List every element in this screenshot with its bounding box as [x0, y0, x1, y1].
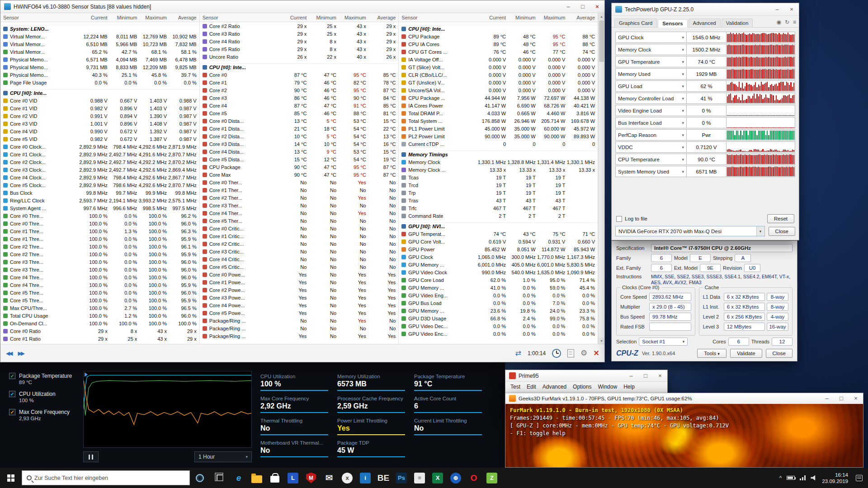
sensor-row[interactable]: Core #2 Critic...NoNoNoNo	[200, 240, 399, 248]
sensor-row[interactable]: Core #3 Ther...NoNoNoNo	[200, 202, 399, 209]
sensor-row[interactable]: Core #3 Dista...14 °C10 °C54 °C16 °C	[200, 140, 399, 148]
sensor-group-row[interactable]: Memory Timings	[399, 150, 598, 158]
sensor-row[interactable]: Core #5 VID0.982 V0.672 V1.387 V0.987 V	[0, 135, 199, 143]
hidden-icons-chevron[interactable]: ^	[779, 475, 782, 481]
sensor-row[interactable]: CPU Package ...44.944 W7.956 W72.697 W44…	[399, 94, 598, 102]
sensor-row[interactable]: Core #5 Thre...100.0 %0.0 %100.0 %95.9 %	[0, 296, 199, 304]
sensor-row[interactable]: Core #585 °C46 °C88 °C81 °C	[200, 109, 399, 117]
sensor-row[interactable]: CLR (CBo/LLC/...0.000 V0.000 V0.000 V0.0…	[399, 71, 598, 79]
column-header[interactable]: Minimum	[506, 15, 536, 20]
sensor-row[interactable]: Core #0 Ther...NoNoYesNo	[200, 178, 399, 186]
app-be-icon[interactable]: BE	[374, 468, 392, 488]
gpuz-sensor-dropdown[interactable]: Memory Controller Load▾	[615, 93, 687, 104]
task-view-button[interactable]	[210, 468, 230, 488]
tab-validation[interactable]: Validation	[722, 19, 753, 27]
minimize-button[interactable]: –	[561, 0, 576, 13]
gpuz-sensor-dropdown[interactable]: Video Engine Load▾	[615, 105, 687, 116]
sensor-row[interactable]: Core #4 Critic...NoNoNoNo	[200, 255, 399, 263]
sensor-row[interactable]: Core #2 Thre...100.0 %0.0 %100.0 %95.9 %	[0, 250, 199, 258]
sensor-row[interactable]: CPU Package90 °C47 °C95 °C87 °C	[200, 163, 399, 171]
socket-select-dropdown[interactable]: Socket #1 ▾	[639, 338, 688, 346]
mcafee-icon[interactable]: M	[302, 468, 320, 488]
sensor-row[interactable]: Total CPU Usage100.0 %1.2 %100.0 %96.0 %	[0, 312, 199, 319]
column-header[interactable]: Average	[565, 15, 595, 20]
screenshot-camera-icon[interactable]: ◉	[776, 19, 781, 25]
sensor-row[interactable]: Core #2 Clock...2,892.9 MHz2,492.7 MHz4,…	[0, 158, 199, 166]
sensor-row[interactable]: Core #0 Thre...100.0 %0.0 %100.0 %96.0 %	[0, 220, 199, 227]
file-explorer-icon[interactable]	[248, 468, 266, 488]
column-header[interactable]: Current	[78, 15, 108, 20]
edge-icon[interactable]: e	[230, 468, 248, 488]
sensor-row[interactable]: CPU Package89 °C48 °C95 °C88 °C	[399, 33, 598, 40]
previous-values-button[interactable]: ◀◀	[6, 350, 11, 357]
sensor-row[interactable]: GPU Bus Load0.0 %0.0 %7.0 %0.0 %	[399, 299, 598, 307]
refresh-icon[interactable]: ↻	[785, 19, 789, 25]
sensor-row[interactable]: Trcd19 T19 T19 T	[399, 181, 598, 189]
gpuz-sensor-dropdown[interactable]: System Memory Used▾	[615, 166, 687, 177]
sensor-row[interactable]: Core #386 °C46 °C90 °C84 °C	[200, 94, 399, 102]
sensor-row[interactable]: Tras43 T43 T43 T	[399, 197, 598, 204]
sensor-row[interactable]: GPU Video Enc...0.0 %0.0 %0.0 %0.0 %	[399, 330, 598, 338]
sensor-row[interactable]: Physical Memo...9,731 MB8,833 MB12,209 M…	[0, 63, 199, 71]
sensor-row[interactable]: Core #0 Dista...13 °C5 °C53 °C15 °C	[200, 117, 399, 125]
sensor-row[interactable]: Core #4 Ther...NoNoYesNo	[200, 209, 399, 217]
close-button[interactable]: ×	[590, 0, 604, 13]
sensor-row[interactable]: Virtual Memor...6,510 MB5,966 MB10,723 M…	[0, 40, 199, 48]
close-button[interactable]: ×	[784, 3, 799, 15]
sensor-row[interactable]: Core #4 Dista...13 °C9 °C53 °C15 °C	[200, 148, 399, 155]
search-input[interactable]	[34, 475, 189, 481]
sensor-row[interactable]: IA Voltage Off...0.000 V0.000 V0.000 V0.…	[399, 56, 598, 63]
sensor-row[interactable]: Core Max90 °C47 °C95 °C87 °C	[200, 171, 399, 178]
sensor-row[interactable]: PL1 Power Limit45.000 W35.000 W60.000 W4…	[399, 125, 598, 132]
column-header[interactable]: Average	[167, 15, 197, 20]
legend-checkbox[interactable]: ✓	[9, 409, 15, 415]
sensor-row[interactable]: GPU Memory ...23.6 %19.8 %24.0 %23.3 %	[399, 307, 598, 314]
gpu-select-dropdown[interactable]: NVIDIA GeForce RTX 2070 with Max-Q Desi …	[615, 226, 765, 236]
opera-icon[interactable]: O	[465, 468, 483, 488]
sensor-row[interactable]: Core #3 Thre...100.0 %0.0 %100.0 %96.0 %	[0, 258, 199, 266]
sensor-group-row[interactable]: GPU [#0]: NVI...	[399, 222, 598, 230]
sensor-row[interactable]: GPU Clock1,065.0 MHz300.0 MHz1,770.0 MHz…	[399, 253, 598, 261]
sensor-row[interactable]: GPU Video Clock990.0 MHz540.0 MHz1,635.0…	[399, 268, 598, 276]
column-header[interactable]: Current	[476, 15, 506, 20]
sensor-row[interactable]: Core #4 Clock...2,892.9 MHz798.4 MHz4,29…	[0, 174, 199, 181]
microsoft-store-icon[interactable]	[266, 468, 284, 488]
sensor-row[interactable]: Core #3 Clock...2,892.9 MHz2,492.7 MHz4,…	[0, 166, 199, 174]
close-sensors-icon[interactable]: ×	[594, 348, 599, 358]
gpuz-sensor-dropdown[interactable]: Memory Clock▾	[615, 44, 687, 55]
sensor-row[interactable]: PL2 Power Limit90.000 W35.000 W90.000 W8…	[399, 132, 598, 140]
photoshop-icon[interactable]: Ps	[392, 468, 410, 488]
sensor-row[interactable]: Physical Memo...40.3 %25.1 %45.8 %39.7 %	[0, 71, 199, 79]
sensor-row[interactable]: Core #0 Thre...100.0 %0.0 %100.0 %96.2 %	[0, 212, 199, 220]
scrollbar-thumb[interactable]	[599, 20, 604, 62]
sensor-row[interactable]: Core #5 Powe...YesNoYesYes	[200, 309, 399, 317]
sensor-row[interactable]: Tcas19 T19 T19 T	[399, 174, 598, 181]
sensor-row[interactable]: Core #0 Clock...2,892.9 MHz798.4 MHz4,29…	[0, 143, 199, 150]
sensor-row[interactable]: Core #5 Thre...100.0 %0.0 %100.0 %96.0 %	[0, 289, 199, 296]
hwinfo-icon[interactable]: i	[356, 468, 374, 488]
sensor-row[interactable]: Core #1 Ther...NoNoNoNo	[200, 186, 399, 194]
close-button[interactable]: Close	[769, 227, 795, 236]
browser-icon[interactable]: ⊕	[447, 468, 465, 488]
validate-button[interactable]: Validate	[730, 349, 762, 358]
sensor-row[interactable]: Core #3 Ratio29 x25 x43 x29 x	[200, 30, 399, 38]
time-range-select[interactable]: 1 Hour ▾	[194, 451, 252, 462]
close-button[interactable]: ×	[653, 370, 667, 381]
network-icon[interactable]	[804, 475, 806, 480]
volume-icon[interactable]	[811, 475, 817, 481]
sensor-row[interactable]: Physical Memo...6,571 MB4,094 MB7,469 MB…	[0, 56, 199, 63]
sensor-group-row[interactable]: CPU [#0]: Inte...	[399, 25, 598, 33]
taskbar-clock[interactable]: 16:14 23.09.2019	[822, 472, 848, 484]
hwinfo-scrollbar[interactable]: ▲ ▼	[598, 13, 604, 344]
sensor-row[interactable]: Core #5 Dista...15 °C12 °C54 °C19 °C	[200, 155, 399, 163]
sensor-row[interactable]: GT (Slice) Volt...0.000 V0.000 V0.000 V0…	[399, 63, 598, 71]
sync-icon[interactable]: ⇄	[515, 349, 521, 357]
sensor-row[interactable]: Core #5 Ther...NoNoNoNo	[200, 217, 399, 225]
column-header[interactable]: Average	[366, 15, 396, 20]
sensor-row[interactable]: Memory Clock1,330.1 MHz1,328.8 MHz1,331.…	[399, 158, 598, 166]
sensor-row[interactable]: Core #0 Critic...NoNoNoNo	[200, 225, 399, 232]
sensor-row[interactable]: Page File Usage0.0 %0.0 %0.0 %0.0 %	[0, 79, 199, 86]
mail-icon[interactable]: ✉	[320, 468, 338, 488]
notepad-icon[interactable]: ≡	[410, 468, 429, 488]
sensor-row[interactable]: Virtual Memor...12,224 MB8,011 MB12,769 …	[0, 33, 199, 40]
